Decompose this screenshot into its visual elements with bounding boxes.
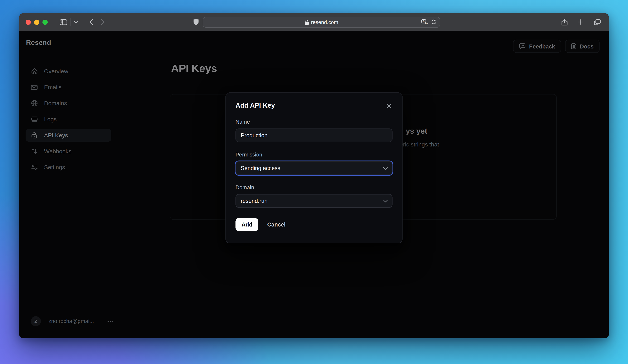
new-tab-button[interactable] <box>575 16 586 28</box>
address-bar[interactable]: resend.com A 文 <box>203 17 440 27</box>
svg-text:文: 文 <box>425 22 428 24</box>
domain-value: resend.run <box>241 198 267 204</box>
url-text: resend.com <box>311 19 338 25</box>
sidebar-toggle-button[interactable] <box>57 16 70 28</box>
toolbar-divider <box>71 18 71 26</box>
window-controls <box>26 19 48 25</box>
zoom-window-button[interactable] <box>42 19 48 25</box>
modal-title: Add API Key <box>236 102 392 109</box>
modal-actions: Add Cancel <box>236 218 392 231</box>
name-label: Name <box>236 119 392 125</box>
forward-icon <box>101 19 105 25</box>
modal-close-button[interactable] <box>385 102 393 110</box>
minimize-window-button[interactable] <box>34 19 39 25</box>
add-button[interactable]: Add <box>236 218 258 231</box>
sidebar-toggle-icon <box>60 19 67 25</box>
tab-overview-button[interactable] <box>592 16 603 28</box>
permission-select[interactable]: Sending access <box>236 161 392 175</box>
chevron-down-icon <box>383 200 388 202</box>
domain-label: Domain <box>236 184 392 191</box>
chevron-down-icon <box>74 20 78 23</box>
translate-icon[interactable]: A 文 <box>421 19 428 25</box>
cancel-button[interactable]: Cancel <box>267 221 286 228</box>
svg-text:A: A <box>423 20 425 23</box>
add-api-key-modal: Add API Key Name Permission Sending acce… <box>226 92 402 243</box>
permission-label: Permission <box>236 152 392 158</box>
toolbar-right-actions <box>559 16 603 28</box>
share-button[interactable] <box>559 16 570 28</box>
tab-overview-icon <box>594 19 601 25</box>
permission-value: Sending access <box>241 165 280 171</box>
back-button[interactable] <box>87 16 95 28</box>
close-icon <box>387 103 392 109</box>
address-bar-center: resend.com <box>203 19 440 25</box>
desktop-background: resend.com A 文 <box>0 0 628 364</box>
domain-select[interactable]: resend.run <box>236 194 392 208</box>
forward-button[interactable] <box>99 16 107 28</box>
address-bar-actions: A 文 <box>421 19 437 25</box>
chevron-down-icon <box>383 167 388 169</box>
reload-icon[interactable] <box>431 19 437 25</box>
browser-window: resend.com A 文 <box>19 13 609 338</box>
lock-icon <box>305 19 309 25</box>
browser-toolbar: resend.com A 文 <box>19 13 609 31</box>
back-icon <box>89 19 93 25</box>
privacy-shield-icon[interactable] <box>194 19 199 25</box>
close-window-button[interactable] <box>26 19 31 25</box>
share-icon <box>561 19 568 25</box>
sidebar-options-button[interactable] <box>72 16 80 28</box>
name-input[interactable] <box>236 128 392 142</box>
new-tab-icon <box>578 19 583 25</box>
